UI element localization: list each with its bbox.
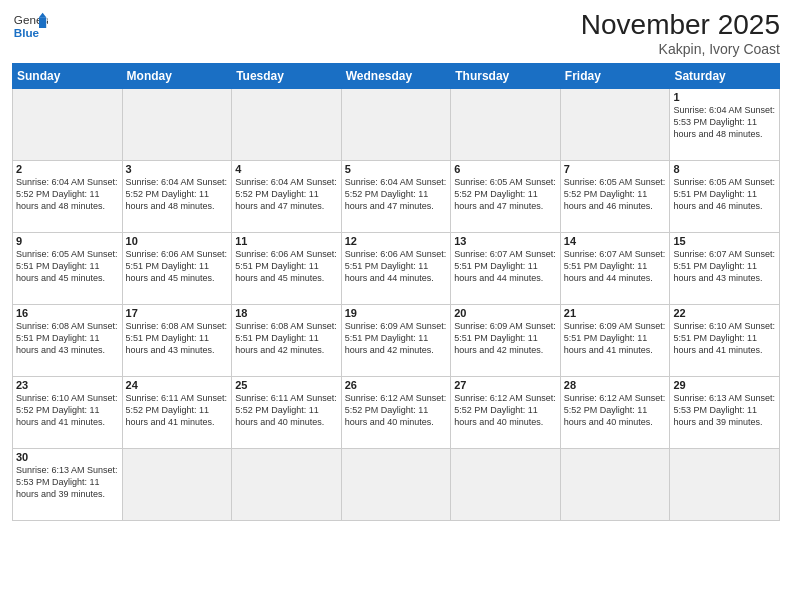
day-info: Sunrise: 6:08 AM Sunset: 5:51 PM Dayligh… [16, 320, 119, 356]
day-number: 19 [345, 307, 448, 319]
weekday-header-thursday: Thursday [451, 63, 561, 88]
day-info: Sunrise: 6:09 AM Sunset: 5:51 PM Dayligh… [564, 320, 667, 356]
calendar-week-row: 1Sunrise: 6:04 AM Sunset: 5:53 PM Daylig… [13, 88, 780, 160]
calendar-day: 27Sunrise: 6:12 AM Sunset: 5:52 PM Dayli… [451, 376, 561, 448]
calendar-day: 6Sunrise: 6:05 AM Sunset: 5:52 PM Daylig… [451, 160, 561, 232]
calendar-day: 9Sunrise: 6:05 AM Sunset: 5:51 PM Daylig… [13, 232, 123, 304]
calendar-day-empty [341, 88, 451, 160]
calendar-day: 10Sunrise: 6:06 AM Sunset: 5:51 PM Dayli… [122, 232, 232, 304]
weekday-header-saturday: Saturday [670, 63, 780, 88]
day-number: 4 [235, 163, 338, 175]
calendar-week-row: 30Sunrise: 6:13 AM Sunset: 5:53 PM Dayli… [13, 448, 780, 520]
calendar-day: 18Sunrise: 6:08 AM Sunset: 5:51 PM Dayli… [232, 304, 342, 376]
calendar-week-row: 9Sunrise: 6:05 AM Sunset: 5:51 PM Daylig… [13, 232, 780, 304]
day-info: Sunrise: 6:07 AM Sunset: 5:51 PM Dayligh… [454, 248, 557, 284]
calendar-header-row: SundayMondayTuesdayWednesdayThursdayFrid… [13, 63, 780, 88]
day-number: 10 [126, 235, 229, 247]
calendar-day: 23Sunrise: 6:10 AM Sunset: 5:52 PM Dayli… [13, 376, 123, 448]
day-info: Sunrise: 6:12 AM Sunset: 5:52 PM Dayligh… [345, 392, 448, 428]
calendar-week-row: 2Sunrise: 6:04 AM Sunset: 5:52 PM Daylig… [13, 160, 780, 232]
day-info: Sunrise: 6:05 AM Sunset: 5:51 PM Dayligh… [16, 248, 119, 284]
calendar-day-empty [560, 88, 670, 160]
calendar-day: 4Sunrise: 6:04 AM Sunset: 5:52 PM Daylig… [232, 160, 342, 232]
day-info: Sunrise: 6:09 AM Sunset: 5:51 PM Dayligh… [345, 320, 448, 356]
day-info: Sunrise: 6:04 AM Sunset: 5:52 PM Dayligh… [235, 176, 338, 212]
calendar-day: 24Sunrise: 6:11 AM Sunset: 5:52 PM Dayli… [122, 376, 232, 448]
calendar-day: 26Sunrise: 6:12 AM Sunset: 5:52 PM Dayli… [341, 376, 451, 448]
calendar-day: 14Sunrise: 6:07 AM Sunset: 5:51 PM Dayli… [560, 232, 670, 304]
calendar-day: 30Sunrise: 6:13 AM Sunset: 5:53 PM Dayli… [13, 448, 123, 520]
day-info: Sunrise: 6:10 AM Sunset: 5:52 PM Dayligh… [16, 392, 119, 428]
day-info: Sunrise: 6:05 AM Sunset: 5:51 PM Dayligh… [673, 176, 776, 212]
calendar-day: 13Sunrise: 6:07 AM Sunset: 5:51 PM Dayli… [451, 232, 561, 304]
day-number: 24 [126, 379, 229, 391]
svg-marker-2 [39, 17, 46, 28]
day-info: Sunrise: 6:11 AM Sunset: 5:52 PM Dayligh… [126, 392, 229, 428]
calendar-day-empty [670, 448, 780, 520]
day-info: Sunrise: 6:05 AM Sunset: 5:52 PM Dayligh… [564, 176, 667, 212]
calendar-day: 16Sunrise: 6:08 AM Sunset: 5:51 PM Dayli… [13, 304, 123, 376]
day-number: 22 [673, 307, 776, 319]
calendar-day-empty [13, 88, 123, 160]
day-number: 6 [454, 163, 557, 175]
day-info: Sunrise: 6:06 AM Sunset: 5:51 PM Dayligh… [235, 248, 338, 284]
day-number: 27 [454, 379, 557, 391]
calendar-day: 3Sunrise: 6:04 AM Sunset: 5:52 PM Daylig… [122, 160, 232, 232]
calendar-day: 20Sunrise: 6:09 AM Sunset: 5:51 PM Dayli… [451, 304, 561, 376]
day-info: Sunrise: 6:10 AM Sunset: 5:51 PM Dayligh… [673, 320, 776, 356]
day-info: Sunrise: 6:09 AM Sunset: 5:51 PM Dayligh… [454, 320, 557, 356]
calendar-day-empty [122, 448, 232, 520]
calendar-day: 12Sunrise: 6:06 AM Sunset: 5:51 PM Dayli… [341, 232, 451, 304]
calendar-day: 15Sunrise: 6:07 AM Sunset: 5:51 PM Dayli… [670, 232, 780, 304]
day-info: Sunrise: 6:12 AM Sunset: 5:52 PM Dayligh… [564, 392, 667, 428]
day-number: 30 [16, 451, 119, 463]
day-info: Sunrise: 6:08 AM Sunset: 5:51 PM Dayligh… [235, 320, 338, 356]
calendar-day: 7Sunrise: 6:05 AM Sunset: 5:52 PM Daylig… [560, 160, 670, 232]
calendar-day: 29Sunrise: 6:13 AM Sunset: 5:53 PM Dayli… [670, 376, 780, 448]
calendar-day: 22Sunrise: 6:10 AM Sunset: 5:51 PM Dayli… [670, 304, 780, 376]
day-info: Sunrise: 6:07 AM Sunset: 5:51 PM Dayligh… [673, 248, 776, 284]
day-info: Sunrise: 6:08 AM Sunset: 5:51 PM Dayligh… [126, 320, 229, 356]
calendar-week-row: 16Sunrise: 6:08 AM Sunset: 5:51 PM Dayli… [13, 304, 780, 376]
calendar-day: 2Sunrise: 6:04 AM Sunset: 5:52 PM Daylig… [13, 160, 123, 232]
location-title: Kakpin, Ivory Coast [581, 41, 780, 57]
day-info: Sunrise: 6:04 AM Sunset: 5:52 PM Dayligh… [16, 176, 119, 212]
day-number: 11 [235, 235, 338, 247]
calendar-week-row: 23Sunrise: 6:10 AM Sunset: 5:52 PM Dayli… [13, 376, 780, 448]
day-info: Sunrise: 6:11 AM Sunset: 5:52 PM Dayligh… [235, 392, 338, 428]
day-number: 25 [235, 379, 338, 391]
day-info: Sunrise: 6:12 AM Sunset: 5:52 PM Dayligh… [454, 392, 557, 428]
day-number: 21 [564, 307, 667, 319]
day-info: Sunrise: 6:05 AM Sunset: 5:52 PM Dayligh… [454, 176, 557, 212]
day-number: 12 [345, 235, 448, 247]
calendar-day-empty [451, 88, 561, 160]
calendar-day: 28Sunrise: 6:12 AM Sunset: 5:52 PM Dayli… [560, 376, 670, 448]
page: General Blue November 2025 Kakpin, Ivory… [0, 0, 792, 612]
weekday-header-sunday: Sunday [13, 63, 123, 88]
day-number: 28 [564, 379, 667, 391]
month-title: November 2025 [581, 10, 780, 41]
day-number: 14 [564, 235, 667, 247]
day-number: 9 [16, 235, 119, 247]
day-number: 23 [16, 379, 119, 391]
calendar-day: 21Sunrise: 6:09 AM Sunset: 5:51 PM Dayli… [560, 304, 670, 376]
svg-text:Blue: Blue [14, 26, 40, 39]
title-block: November 2025 Kakpin, Ivory Coast [581, 10, 780, 57]
day-info: Sunrise: 6:04 AM Sunset: 5:52 PM Dayligh… [345, 176, 448, 212]
header: General Blue November 2025 Kakpin, Ivory… [12, 10, 780, 57]
calendar-day-empty [341, 448, 451, 520]
day-number: 29 [673, 379, 776, 391]
day-number: 3 [126, 163, 229, 175]
generalblue-logo-icon: General Blue [12, 10, 48, 46]
day-info: Sunrise: 6:06 AM Sunset: 5:51 PM Dayligh… [345, 248, 448, 284]
day-number: 7 [564, 163, 667, 175]
weekday-header-monday: Monday [122, 63, 232, 88]
day-info: Sunrise: 6:04 AM Sunset: 5:52 PM Dayligh… [126, 176, 229, 212]
calendar-day: 19Sunrise: 6:09 AM Sunset: 5:51 PM Dayli… [341, 304, 451, 376]
day-number: 2 [16, 163, 119, 175]
calendar-day: 11Sunrise: 6:06 AM Sunset: 5:51 PM Dayli… [232, 232, 342, 304]
calendar-day: 25Sunrise: 6:11 AM Sunset: 5:52 PM Dayli… [232, 376, 342, 448]
day-number: 16 [16, 307, 119, 319]
calendar-day-empty [560, 448, 670, 520]
calendar-day: 8Sunrise: 6:05 AM Sunset: 5:51 PM Daylig… [670, 160, 780, 232]
